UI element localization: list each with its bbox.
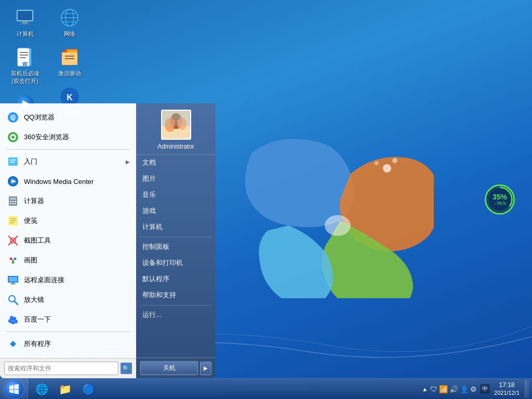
- remote-label: 远程桌面连接: [24, 275, 130, 285]
- svg-rect-61: [10, 284, 16, 285]
- tray-user-icon[interactable]: 👤: [460, 385, 469, 393]
- language-indicator[interactable]: 中: [480, 384, 490, 394]
- network-icon-label: 网络: [64, 30, 75, 37]
- svg-rect-41: [12, 201, 14, 202]
- shutdown-arrow[interactable]: ▶: [200, 362, 211, 375]
- qq-browser-icon: Q: [6, 111, 20, 124]
- documents-label: 文档: [142, 158, 156, 167]
- desktop-icon-post-install[interactable]: W 装机后必读(双击打开): [5, 45, 45, 87]
- start-right-games[interactable]: 游戏: [136, 203, 216, 219]
- sticky-icon: [6, 214, 20, 228]
- svg-rect-40: [10, 201, 11, 202]
- sticky-label: 便笺: [24, 216, 130, 225]
- clock-time: 17:18: [499, 381, 515, 390]
- start-right-computer[interactable]: 计算机: [136, 219, 216, 235]
- search-input[interactable]: [8, 365, 115, 372]
- start-item-remote[interactable]: 远程桌面连接: [0, 270, 136, 290]
- shutdown-button[interactable]: 关机: [140, 361, 198, 375]
- clock-date: 2021/12/1: [494, 389, 520, 396]
- clock-area[interactable]: 17:18 2021/12/1: [491, 381, 523, 397]
- start-menu-left: Q QQ浏览器 360安全浏览器: [0, 103, 136, 378]
- tray-network-icon[interactable]: 📶: [439, 385, 448, 393]
- svg-point-67: [11, 321, 15, 324]
- start-button[interactable]: [0, 379, 28, 400]
- lang-text: 中: [482, 385, 488, 392]
- start-item-snipping[interactable]: 截图工具: [0, 231, 136, 250]
- intro-arrow: ▶: [126, 159, 130, 165]
- remote-icon: [6, 273, 20, 287]
- default-programs-label: 默认程序: [142, 275, 169, 284]
- tray-settings-icon[interactable]: ⚙: [470, 385, 477, 393]
- network-widget[interactable]: 35% ↓ 0K/s: [483, 183, 516, 216]
- svg-line-63: [15, 301, 18, 305]
- taskbar-item-network[interactable]: 🌐: [31, 380, 52, 398]
- start-right-default-programs[interactable]: 默认程序: [136, 271, 216, 287]
- svg-rect-6: [22, 21, 28, 23]
- 360-browser-icon: [6, 130, 20, 144]
- start-item-wmc[interactable]: Windows Media Center: [0, 171, 136, 191]
- computer-icon-label: 计算机: [17, 30, 34, 37]
- user-avatar[interactable]: [161, 110, 191, 140]
- right-divider-2: [140, 305, 211, 305]
- paint-label: 画图: [24, 256, 130, 265]
- start-menu: Q QQ浏览器 360安全浏览器: [0, 103, 216, 378]
- start-item-paint[interactable]: 画图: [0, 250, 136, 270]
- start-right-pictures[interactable]: 图片: [136, 171, 216, 187]
- run-label: 运行...: [142, 311, 161, 320]
- all-programs-label: 所有程序: [24, 339, 130, 349]
- desktop-icon-computer[interactable]: 计算机: [5, 5, 45, 39]
- start-item-baidu[interactable]: 百度一下: [0, 310, 136, 329]
- qq-browser-label: QQ浏览器: [24, 113, 130, 122]
- post-install-icon-label: 装机后必读(双击打开): [7, 70, 43, 85]
- wmc-icon: [6, 175, 20, 188]
- svg-rect-7: [20, 23, 30, 24]
- start-item-all-programs[interactable]: 所有程序: [0, 334, 136, 354]
- start-right-help[interactable]: 帮助和支持: [136, 287, 216, 303]
- computer-icon: [15, 7, 35, 28]
- start-item-360-browser[interactable]: 360安全浏览器: [0, 127, 136, 147]
- svg-rect-76: [162, 111, 190, 126]
- taskbar: 🌐 📁 🔵 ▲ 🛡 📶 🔊 👤 ⚙ 中: [0, 378, 532, 399]
- start-right-control-panel[interactable]: 控制面板: [136, 239, 216, 255]
- start-item-qq-browser[interactable]: Q QQ浏览器: [0, 108, 136, 127]
- svg-rect-59: [9, 277, 17, 282]
- snipping-icon: [6, 234, 20, 247]
- taskbar-item-explorer[interactable]: 📁: [55, 380, 76, 398]
- desktop-icon-activate[interactable]: 激活驱动: [50, 45, 89, 79]
- games-label: 游戏: [142, 207, 156, 216]
- desktop: 计算机 W 装机后必读(双击打开): [0, 0, 532, 399]
- start-item-magnifier[interactable]: 放大镜: [0, 290, 136, 310]
- magnifier-icon: [6, 293, 20, 307]
- taskbar-network-icon: 🌐: [35, 383, 48, 395]
- start-item-calculator[interactable]: 计算器: [0, 191, 136, 211]
- start-right-documents[interactable]: 文档: [136, 155, 216, 171]
- svg-point-57: [12, 259, 14, 261]
- search-box[interactable]: [4, 362, 118, 375]
- calculator-label: 计算器: [24, 196, 130, 206]
- network-icon: [59, 7, 80, 28]
- network-circle: 35% ↓ 0K/s: [485, 184, 515, 215]
- svg-rect-42: [15, 201, 16, 202]
- svg-text:K: K: [66, 93, 73, 102]
- start-right-devices[interactable]: 设备和打印机: [136, 255, 216, 271]
- tray-shield-icon[interactable]: 🛡: [430, 385, 437, 393]
- tray-expand[interactable]: ▲: [421, 385, 429, 393]
- desktop-icon-network[interactable]: 网络: [50, 5, 89, 39]
- start-search-area: 🔍: [0, 358, 136, 378]
- taskbar-right: ▲ 🛡 📶 🔊 👤 ⚙ 中 17:18 2021/12/1: [416, 380, 532, 398]
- start-orb: [5, 380, 23, 398]
- start-item-sticky[interactable]: 便笺: [0, 211, 136, 231]
- show-desktop-button[interactable]: [525, 380, 529, 398]
- tray-volume-icon[interactable]: 🔊: [449, 385, 458, 393]
- start-menu-right: Administrator 文档 图片 音乐 游戏 计算机 控制面板: [136, 103, 216, 378]
- start-item-intro[interactable]: 入门 ▶: [0, 152, 136, 171]
- intro-label: 入门: [24, 157, 126, 166]
- search-button[interactable]: 🔍: [121, 363, 132, 374]
- taskbar-item-ie[interactable]: 🔵: [78, 380, 99, 398]
- computer-right-label: 计算机: [142, 223, 163, 232]
- calculator-icon: [6, 194, 20, 208]
- start-right-run[interactable]: 运行...: [136, 307, 216, 323]
- start-right-music[interactable]: 音乐: [136, 187, 216, 203]
- activate-icon-label: 激活驱动: [58, 70, 81, 77]
- taskbar-items: 🌐 📁 🔵: [28, 380, 416, 398]
